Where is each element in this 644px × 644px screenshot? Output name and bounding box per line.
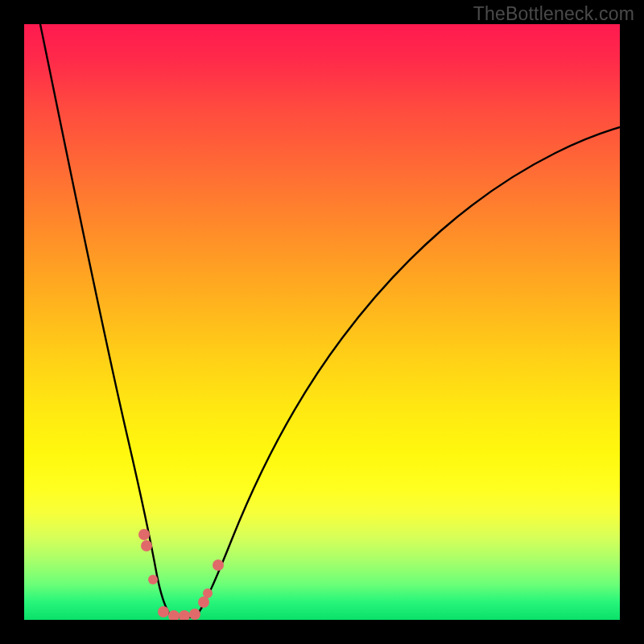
- marker-dot: [213, 559, 224, 571]
- chart-frame: TheBottleneck.com: [0, 0, 644, 644]
- marker-dot: [148, 575, 158, 584]
- marker-dot: [168, 610, 180, 620]
- marker-dot: [198, 597, 209, 608]
- marker-dot: [179, 610, 190, 620]
- marker-dot: [141, 540, 152, 551]
- marker-dot: [203, 588, 213, 598]
- curve-layer: [24, 24, 620, 620]
- watermark-text: TheBottleneck.com: [473, 3, 634, 25]
- marker-dot: [138, 529, 150, 540]
- plot-area: [24, 24, 620, 620]
- bottleneck-curve-left: [40, 24, 171, 616]
- marker-dot: [189, 609, 200, 620]
- bottleneck-curve-right: [196, 127, 620, 616]
- marker-dot: [158, 606, 169, 617]
